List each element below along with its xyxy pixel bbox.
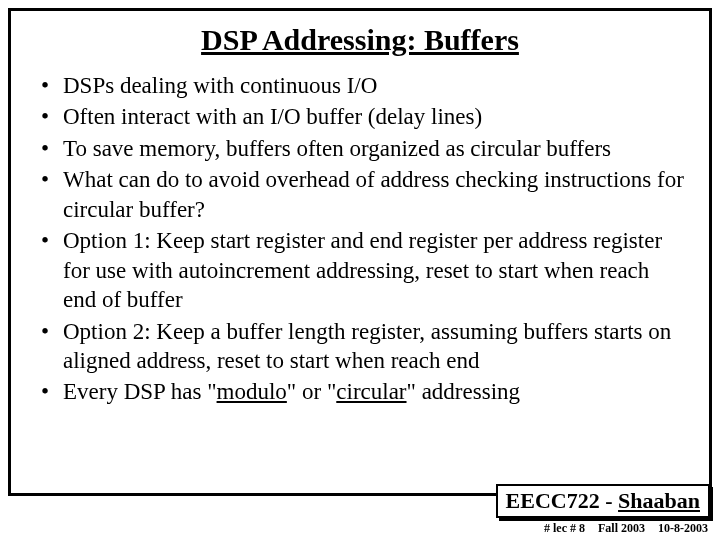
footer-lec: # lec # 8 <box>544 521 585 535</box>
bullet-item: What can do to avoid overhead of address… <box>63 165 685 224</box>
footer-author: Shaaban <box>618 488 700 513</box>
footer-course: EECC722 <box>506 488 600 513</box>
footer-sep: - <box>600 488 618 513</box>
footer-course-box: EECC722 - Shaaban <box>496 484 710 518</box>
bullet-item: Every DSP has "modulo" or "circular" add… <box>63 377 685 406</box>
bullet-item: Often interact with an I/O buffer (delay… <box>63 102 685 131</box>
footer-date: 10-8-2003 <box>658 521 708 535</box>
footer-line: # lec # 8 Fall 2003 10-8-2003 <box>534 521 708 536</box>
footer-term: Fall 2003 <box>598 521 645 535</box>
bullet-item: Option 2: Keep a buffer length register,… <box>63 317 685 376</box>
slide-title: DSP Addressing: Buffers <box>35 23 685 57</box>
bullet-item: To save memory, buffers often organized … <box>63 134 685 163</box>
slide: DSP Addressing: Buffers DSPs dealing wit… <box>8 8 712 496</box>
bullet-item: DSPs dealing with continuous I/O <box>63 71 685 100</box>
bullet-list: DSPs dealing with continuous I/OOften in… <box>35 71 685 407</box>
bullet-item: Option 1: Keep start register and end re… <box>63 226 685 314</box>
